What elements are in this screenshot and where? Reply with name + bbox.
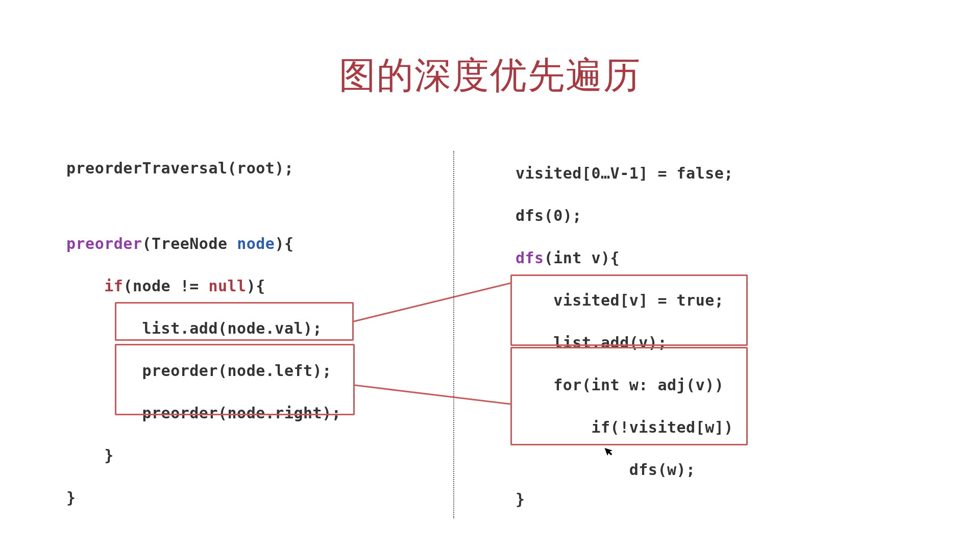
code-if-line: if(node != null){ [66,274,454,298]
code-list-add-v: list.add(v); [516,331,733,355]
code-dfs-sig: dfs(int v){ [516,246,733,270]
code-close-dfs: } [516,487,733,512]
keyword-node: node [237,235,275,253]
code-preorder-left: preorder(node.left); [66,359,454,383]
code-if-not-visited: if(!visited[w]) [516,415,733,440]
keyword-if: if [104,277,123,295]
code-dfs-call: dfs(0); [516,204,733,228]
keyword-dfs: dfs [516,249,544,267]
code-preorder-right: preorder(node.right); [66,401,454,425]
code-preorder-call: preorderTraversal(root); [66,156,454,181]
slide-title: 图的深度优先遍历 [0,0,980,100]
code-list-add: list.add(node.val); [66,316,454,341]
code-visited-init: visited[0…V-1] = false; [516,161,733,186]
keyword-preorder: preorder [66,235,142,253]
right-code-column: visited[0…V-1] = false; dfs(0); dfs(int … [516,156,733,512]
left-code-column: preorderTraversal(root); preorder(TreeNo… [66,156,454,512]
vertical-divider [453,151,454,518]
code-params: (TreeNode [142,235,237,253]
code-cond-open: (node != [123,277,208,295]
code-close: ){ [275,235,293,253]
code-visited-true: visited[v] = true; [516,288,733,313]
code-for-loop: for(int w: adj(v)) [516,373,733,397]
keyword-null: null [208,277,246,295]
code-close-if: } [66,443,454,468]
code-preorder-sig: preorder(TreeNode node){ [66,232,454,256]
code-cond-close: ){ [247,277,265,295]
code-dfs-w: dfs(w); [516,458,733,482]
content-area: preorderTraversal(root); preorder(TreeNo… [0,156,980,512]
code-dfs-params: (int v){ [544,249,620,267]
code-close-func: } [66,486,454,510]
